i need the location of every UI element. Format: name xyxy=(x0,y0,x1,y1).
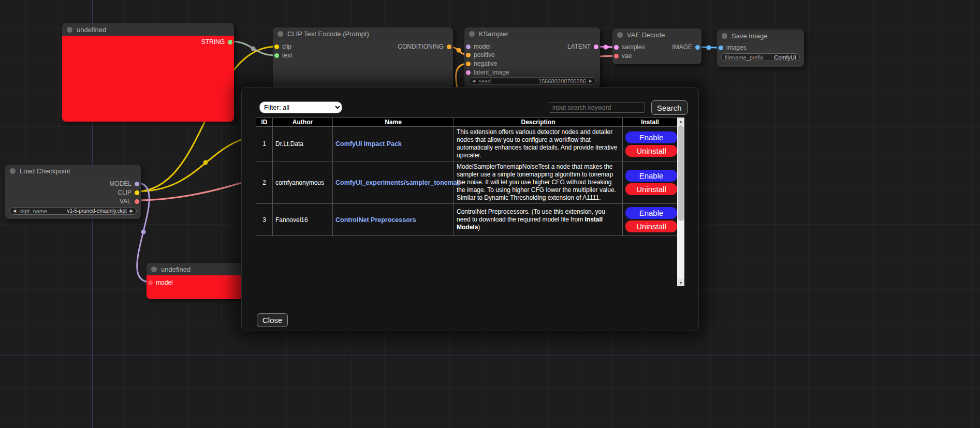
header-name: Name xyxy=(333,118,454,127)
table-scrollbar[interactable]: ▲ ▼ xyxy=(677,117,684,286)
ext-author: comfyanonymous xyxy=(273,161,333,204)
input-slot-label: clip xyxy=(282,43,291,50)
ext-author: Dr.Lt.Data xyxy=(273,127,333,161)
node-load-checkpoint[interactable]: Load Checkpoint MODEL CLIP VAE ◀ ckpt_na… xyxy=(5,165,141,219)
filter-select[interactable]: Filter: all xyxy=(259,101,342,113)
node-title-bar[interactable]: Save Image xyxy=(717,29,804,42)
ext-id: 2 xyxy=(256,161,273,204)
scroll-up-icon[interactable]: ▲ xyxy=(677,117,684,125)
ext-id: 1 xyxy=(256,127,273,161)
node-title-bar[interactable]: undefined xyxy=(62,23,234,36)
widget-value: 156680208700286 xyxy=(538,78,586,84)
desc-text: ModelSamplerTonemapNoiseTest a node that… xyxy=(457,163,616,201)
filename-prefix-widget[interactable]: filename_prefix ComfyUI xyxy=(721,53,800,61)
output-slot-clip[interactable] xyxy=(135,190,139,195)
desc-end: ) xyxy=(478,224,480,231)
input-slot-samples[interactable] xyxy=(614,45,619,50)
enable-button[interactable]: Enable xyxy=(625,207,677,219)
node-body: images filename_prefix ComfyUI xyxy=(717,42,804,67)
ext-author: Fannovel16 xyxy=(273,204,333,236)
node-ksampler[interactable]: KSampler model positive negative latent_… xyxy=(464,27,600,89)
input-slot-label: model xyxy=(156,279,173,286)
output-slot-label: VAE xyxy=(120,198,131,205)
input-slot-model[interactable] xyxy=(148,281,153,285)
node-title-bar[interactable]: CLIP Text Encode (Prompt) xyxy=(273,27,453,40)
input-slot-negative[interactable] xyxy=(466,62,471,66)
output-slot-label: CLIP xyxy=(118,189,131,196)
link-dot-clip-2[interactable] xyxy=(203,160,208,165)
ext-description: This extension offers various detector n… xyxy=(454,127,623,161)
ext-link[interactable]: ControlNet Preprocessors xyxy=(335,216,416,224)
input-slot-vae[interactable] xyxy=(614,54,619,58)
output-slot-latent[interactable] xyxy=(594,45,598,49)
table-row: 1 Dr.Lt.Data ComfyUI Impact Pack This ex… xyxy=(256,127,678,161)
collapse-dot-icon[interactable] xyxy=(469,31,475,37)
output-slot-label: LATENT xyxy=(567,43,591,50)
increment-icon[interactable]: ▶ xyxy=(589,79,592,83)
node-title: KSampler xyxy=(479,30,508,38)
ext-link[interactable]: ComfyUI Impact Pack xyxy=(335,140,402,147)
collapse-dot-icon[interactable] xyxy=(617,32,623,38)
output-slot-conditioning[interactable] xyxy=(447,45,451,49)
search-button[interactable]: Search xyxy=(651,100,688,115)
table-row: 2 comfyanonymous ComfyUI_experiments/sam… xyxy=(256,161,678,204)
node-vae-decode[interactable]: VAE Decode samples vae IMAGE xyxy=(612,28,701,64)
enable-button[interactable]: Enable xyxy=(625,131,677,143)
collapse-dot-icon[interactable] xyxy=(722,33,727,39)
collapse-dot-icon[interactable] xyxy=(151,267,157,272)
input-slot-label: images xyxy=(726,44,747,51)
input-slot-text[interactable] xyxy=(274,53,279,58)
input-slot-latent-image[interactable] xyxy=(466,70,471,75)
output-slot-model[interactable] xyxy=(135,182,139,186)
output-slot-label: STRING xyxy=(201,38,225,46)
graph-canvas[interactable]: undefined STRING CLIP Text Encode (Promp… xyxy=(0,0,980,428)
input-slot-label: model xyxy=(474,43,491,50)
collapse-dot-icon[interactable] xyxy=(277,31,283,37)
scroll-down-icon[interactable]: ▼ xyxy=(677,279,684,286)
collapse-dot-icon[interactable] xyxy=(10,168,16,174)
search-input[interactable] xyxy=(549,102,645,113)
desc-text: This extension offers various detector n… xyxy=(457,128,617,159)
output-slot-label: MODEL xyxy=(109,180,131,187)
desc-text: ControlNet Preprocessors. (To use this e… xyxy=(457,208,605,223)
output-slot-label: IMAGE xyxy=(672,43,692,51)
enable-button[interactable]: Enable xyxy=(625,170,677,182)
uninstall-button[interactable]: Uninstall xyxy=(625,183,677,195)
input-slot-images[interactable] xyxy=(719,46,723,50)
ext-link[interactable]: ComfyUI_experiments/sampler_tonemap xyxy=(335,179,461,186)
seed-widget[interactable]: ◀ seed 156680208700286 ▶ xyxy=(469,77,596,85)
scrollbar-thumb[interactable] xyxy=(678,125,684,221)
ext-id: 3 xyxy=(256,204,273,236)
link-dot-string[interactable] xyxy=(251,47,256,51)
link-dot-model[interactable] xyxy=(141,230,146,234)
output-slot-vae[interactable] xyxy=(135,199,139,204)
node-body: samples vae IMAGE xyxy=(612,41,701,64)
input-slot-clip[interactable] xyxy=(274,45,279,49)
output-slot-image[interactable] xyxy=(695,45,700,50)
node-title: VAE Decode xyxy=(627,31,665,39)
uninstall-button[interactable]: Uninstall xyxy=(625,220,677,232)
link-dot-latent[interactable] xyxy=(604,45,608,50)
node-title: undefined xyxy=(77,26,106,34)
output-slot-string[interactable] xyxy=(228,40,232,45)
close-button[interactable]: Close xyxy=(257,313,288,327)
ckpt-name-widget[interactable]: ◀ ckpt_name v1-5-pruned-emaonly.ckpt ▶ xyxy=(9,207,137,215)
ext-description: ControlNet Preprocessors. (To use this e… xyxy=(454,204,623,236)
next-option-icon[interactable]: ▶ xyxy=(130,209,133,213)
link-dot-conditioning[interactable] xyxy=(457,48,461,53)
collapse-dot-icon[interactable] xyxy=(67,27,72,33)
uninstall-button[interactable]: Uninstall xyxy=(625,145,677,157)
decrement-icon[interactable]: ◀ xyxy=(472,79,475,83)
node-title-bar[interactable]: Load Checkpoint xyxy=(5,165,141,177)
node-undefined-top[interactable]: undefined STRING xyxy=(62,23,234,122)
input-slot-positive[interactable] xyxy=(466,53,471,57)
custom-nodes-dialog: Filter: all Search ID Author Name Descri… xyxy=(241,87,699,331)
table-row: 3 Fannovel16 ControlNet Preprocessors Co… xyxy=(256,204,678,236)
input-slot-model[interactable] xyxy=(466,45,471,49)
node-save-image[interactable]: Save Image images filename_prefix ComfyU… xyxy=(717,29,804,67)
input-slot-label: positive xyxy=(474,51,495,58)
node-title-bar[interactable]: VAE Decode xyxy=(612,28,701,41)
prev-option-icon[interactable]: ◀ xyxy=(13,209,16,213)
link-dot-image[interactable] xyxy=(707,46,711,50)
node-title-bar[interactable]: KSampler xyxy=(464,27,600,40)
